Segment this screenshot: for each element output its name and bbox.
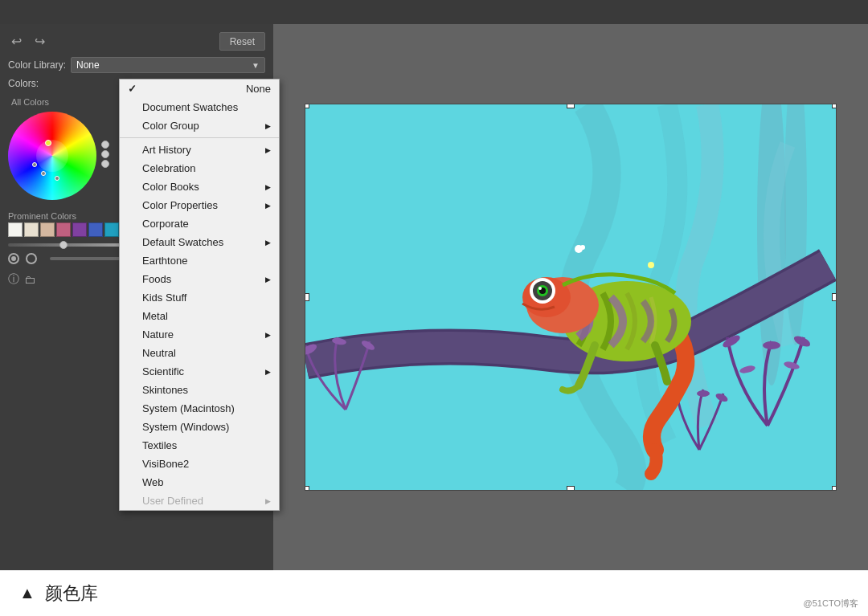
- main-layout: ↩ ↪ Reset Color Library: None ▼ Colors: …: [0, 24, 868, 570]
- folder-icon[interactable]: 🗀: [24, 273, 35, 286]
- swatch-f5f5f0[interactable]: [8, 222, 23, 237]
- prominent-colors-label: Prominent Colors: [8, 211, 76, 221]
- menu-item-skintones[interactable]: Skintones: [120, 381, 279, 399]
- left-panel: ↩ ↪ Reset Color Library: None ▼ Colors: …: [0, 24, 273, 570]
- svg-point-7: [697, 390, 710, 397]
- swatch-4060c0[interactable]: [88, 222, 103, 237]
- radio-button-1[interactable]: [8, 253, 19, 264]
- menu-separator: [120, 137, 279, 138]
- menu-item-web[interactable]: Web: [120, 473, 279, 492]
- slider-thumb-1[interactable]: [101, 141, 109, 149]
- color-library-label: Color Library:: [8, 59, 66, 71]
- menu-item-earthtone[interactable]: Earthtone: [120, 251, 279, 270]
- svg-point-10: [763, 341, 780, 349]
- caption-area: ▲ 颜色库 @51CTO博客: [0, 570, 868, 616]
- color-wheel-wrapper: [8, 112, 101, 200]
- scene-svg: [305, 104, 836, 490]
- handle-middle-right[interactable]: [832, 293, 836, 301]
- all-colors-label: All Colors: [11, 97, 49, 107]
- canvas-frame: [305, 104, 837, 491]
- menu-item-nature[interactable]: Nature: [120, 325, 279, 344]
- menu-item-color-properties[interactable]: Color Properties: [120, 196, 279, 214]
- swatch-d4b8a0[interactable]: [40, 222, 55, 237]
- handle-bottom-left[interactable]: [305, 486, 309, 490]
- menu-item-system-mac[interactable]: System (Macintosh): [120, 399, 279, 418]
- wheel-dot-3: [41, 171, 46, 176]
- color-wheel[interactable]: [8, 112, 96, 200]
- redo-button[interactable]: ↪: [31, 32, 48, 51]
- menu-item-color-books[interactable]: Color Books: [120, 177, 279, 196]
- svg-point-24: [580, 245, 585, 250]
- menu-item-textiles[interactable]: Textiles: [120, 436, 279, 455]
- canvas-image: [305, 104, 836, 490]
- caption-text: 颜色库: [45, 581, 98, 606]
- slider-thumb-2[interactable]: [101, 150, 109, 158]
- info-icon[interactable]: ⓘ: [8, 272, 19, 287]
- color-library-row: Color Library: None ▼: [8, 57, 265, 73]
- app-bar: [0, 0, 868, 24]
- radio-button-2[interactable]: [26, 253, 37, 264]
- color-library-value: None: [76, 59, 100, 71]
- menu-item-kids-stuff[interactable]: Kids Stuff: [120, 288, 279, 307]
- canvas-area: [273, 24, 868, 570]
- bottom-slider-thumb[interactable]: [59, 241, 68, 249]
- handle-top-center[interactable]: [567, 104, 575, 108]
- wheel-dot-4: [55, 176, 59, 181]
- handle-top-right[interactable]: [832, 104, 836, 108]
- menu-item-art-history[interactable]: Art History: [120, 141, 279, 159]
- wheel-dot-main: [45, 140, 51, 146]
- menu-item-color-group[interactable]: Color Group: [120, 116, 279, 135]
- wheel-dot-2: [32, 162, 37, 167]
- caption-triangle: ▲: [19, 584, 35, 602]
- menu-item-system-win[interactable]: System (Windows): [120, 418, 279, 436]
- reset-button[interactable]: Reset: [219, 32, 265, 51]
- menu-item-foods[interactable]: Foods: [120, 270, 279, 288]
- swatch-20a0c0[interactable]: [104, 222, 119, 237]
- menu-item-none[interactable]: None: [120, 80, 279, 98]
- svg-point-21: [538, 287, 542, 290]
- svg-point-23: [648, 262, 654, 268]
- menu-item-default-swatches[interactable]: Default Swatches: [120, 233, 279, 251]
- undo-redo-bar: ↩ ↪ Reset: [8, 32, 265, 51]
- colors-label: Colors:: [8, 78, 39, 89]
- menu-item-neutral[interactable]: Neutral: [120, 344, 279, 362]
- undo-button[interactable]: ↩: [8, 32, 25, 51]
- swatch-e8e0d0[interactable]: [24, 222, 39, 237]
- slider-thumb-3[interactable]: [101, 160, 109, 168]
- menu-item-user-defined[interactable]: User Defined: [120, 492, 279, 510]
- menu-item-celebration[interactable]: Celebration: [120, 159, 279, 177]
- handle-middle-left[interactable]: [305, 293, 309, 301]
- handle-top-left[interactable]: [305, 104, 309, 108]
- swatch-8040a0[interactable]: [72, 222, 87, 237]
- dropdown-arrow-icon: ▼: [252, 61, 260, 70]
- dropdown-menu: NoneDocument SwatchesColor GroupArt Hist…: [119, 79, 280, 511]
- swatch-c06080[interactable]: [56, 222, 71, 237]
- handle-bottom-right[interactable]: [832, 486, 836, 490]
- menu-item-visibone2[interactable]: VisiBone2: [120, 455, 279, 473]
- watermark: @51CTO博客: [804, 598, 858, 610]
- menu-item-scientific[interactable]: Scientific: [120, 362, 279, 381]
- menu-item-document-swatches[interactable]: Document Swatches: [120, 98, 279, 116]
- menu-item-corporate[interactable]: Corporate: [120, 214, 279, 233]
- color-library-dropdown[interactable]: None ▼: [71, 57, 265, 73]
- menu-item-metal[interactable]: Metal: [120, 307, 279, 325]
- handle-bottom-center[interactable]: [567, 486, 575, 490]
